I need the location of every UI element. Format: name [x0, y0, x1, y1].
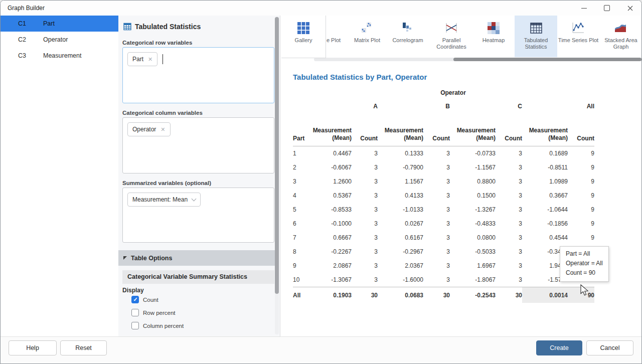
preview-area: Tabulated Statistics by Part, Operator O…	[280, 62, 642, 337]
count-cell: 3	[352, 189, 378, 203]
operator-header-row: Operator	[293, 87, 594, 99]
gallery-item-parallel-coordinates[interactable]: Parallel Coordinates	[430, 16, 472, 57]
sidebar-item-measurement[interactable]: C3 Measurement	[1, 48, 118, 64]
remove-chip-icon[interactable]: ✕	[160, 126, 165, 133]
maximize-button[interactable]	[595, 1, 618, 16]
gallery-item-time-series-plot[interactable]: Time Series Plot	[555, 16, 601, 57]
close-icon	[627, 6, 633, 11]
gallery-item-correlogram[interactable]: Correlogram	[386, 16, 430, 57]
count-cell: 3	[423, 146, 450, 161]
mean-header-line1: Measurement	[450, 127, 496, 134]
chevron-down-icon[interactable]	[192, 197, 197, 202]
part-cell: 10	[293, 273, 312, 287]
panel-scrollbar-thumb[interactable]	[275, 17, 279, 294]
variable-chip-operator[interactable]: Operator✕	[127, 122, 171, 136]
summarized-variables-box[interactable]: Measurement: Mean	[122, 188, 274, 243]
variable-chip-part[interactable]: Part✕	[127, 52, 157, 66]
variables-panel: Tabulated Statistics Categorical row var…	[118, 16, 280, 337]
graph-gallery: e Plot Matrix Plot Correlogram Parallel …	[280, 16, 642, 62]
collapse-triangle-icon	[123, 256, 127, 260]
summarized-variables-label: Summarized variables (optional)	[122, 180, 211, 186]
gallery-scrollbar-track[interactable]	[314, 58, 642, 61]
mean-cell: 1.1567	[378, 174, 423, 189]
minimize-icon	[581, 8, 587, 9]
table-options-header[interactable]: Table Options	[118, 250, 275, 266]
count-cell: 3	[352, 203, 378, 217]
checkbox-count[interactable]: Count	[131, 296, 158, 303]
mean-cell: 0.0800	[450, 231, 496, 245]
gallery-item-heatmap[interactable]: Heatmap	[472, 16, 515, 57]
gallery-scrollbar-thumb[interactable]	[453, 58, 641, 61]
mean-cell: -0.2967	[378, 245, 423, 259]
gallery-item-gallery[interactable]: Gallery	[281, 16, 326, 58]
mean-cell: -0.8511	[522, 160, 568, 174]
table-row: 40.536730.413330.150030.36679	[293, 189, 594, 203]
gallery-item-stacked-area-graph[interactable]: Stacked Area Graph	[600, 16, 642, 57]
mean-cell: -1.6000	[378, 273, 423, 287]
mean-header-line1: Measurement	[378, 127, 423, 134]
mean-cell: -1.3267	[450, 203, 496, 217]
window-title: Graph Builder	[8, 1, 45, 16]
checkbox-label: Row percent	[143, 310, 176, 316]
mean-column-header: Measurement(Mean)	[450, 114, 496, 146]
part-cell: All	[293, 287, 312, 303]
part-cell: 2	[293, 160, 312, 174]
checkbox-row-percent[interactable]: Row percent	[131, 309, 176, 316]
column-percent-checkbox[interactable]	[131, 322, 139, 329]
count-column-header: Count	[568, 114, 594, 146]
mean-cell: 0.8800	[450, 174, 496, 189]
sidebar-item-operator[interactable]: C2 Operator	[1, 32, 118, 48]
cancel-button[interactable]: Cancel	[586, 340, 633, 355]
column-id: C1	[18, 20, 43, 27]
gallery-item-matrix-plot[interactable]: Matrix Plot	[346, 16, 388, 57]
remove-chip-icon[interactable]: ✕	[148, 56, 152, 63]
table-row: 92.086732.036731.696731.94009	[293, 259, 594, 273]
count-cell: 9	[568, 160, 594, 174]
count-cell: 3	[423, 217, 450, 231]
count-cell: 30	[352, 287, 378, 303]
table-options-label: Table Options	[131, 255, 172, 262]
create-button[interactable]: Create	[536, 340, 582, 355]
count-cell: 3	[496, 259, 522, 273]
count-cell: 3	[423, 203, 450, 217]
gallery-item-label: Stacked Area Graph	[600, 37, 642, 50]
panel-title: Tabulated Statistics	[135, 23, 201, 31]
correlogram-icon	[401, 22, 414, 35]
tabulated-statistics-icon	[530, 22, 543, 35]
table-row: 70.666730.616730.080030.45449	[293, 231, 594, 245]
panel-scrollbar-track[interactable]	[275, 17, 279, 334]
row-variables-box[interactable]: Part✕	[122, 47, 274, 103]
count-cell: 3	[496, 231, 522, 245]
row-percent-checkbox[interactable]	[131, 309, 139, 316]
dialog-footer: Help Reset Create Cancel	[1, 336, 641, 363]
count-checkbox[interactable]	[131, 296, 139, 303]
part-cell: 5	[293, 203, 312, 217]
matrix-plot-icon	[361, 22, 374, 35]
gallery-item-tabulated-statistics[interactable]: Tabulated Statistics	[515, 16, 557, 57]
count-cell: 3	[496, 146, 522, 161]
mean-cell: 0.6667	[312, 231, 352, 245]
close-button[interactable]	[618, 1, 641, 16]
help-button[interactable]: Help	[9, 340, 57, 355]
count-cell: 3	[352, 174, 378, 189]
group-header-c: C	[450, 99, 522, 114]
mean-cell: 0.3667	[522, 189, 568, 203]
mean-cell: -0.2543	[450, 287, 496, 303]
tooltip-line: Part = All	[566, 249, 603, 259]
count-cell: 9	[568, 146, 594, 161]
cell-tooltip: Part = All Operator = All Count = 90	[560, 246, 609, 282]
column-variables-box[interactable]: Operator✕	[122, 117, 274, 173]
checkbox-column-percent[interactable]: Column percent	[131, 322, 184, 329]
mean-cell: -0.4833	[450, 217, 496, 231]
maximize-icon	[604, 5, 610, 11]
reset-button[interactable]: Reset	[60, 340, 107, 355]
mean-header-line1: Measurement	[522, 127, 568, 134]
mean-cell: -0.1000	[312, 217, 352, 231]
table-row: 5-0.85333-1.01333-1.32673-1.06449	[293, 203, 594, 217]
mean-cell: 0.0014	[522, 287, 568, 303]
columns-sidebar: C1 Part C2 Operator C3 Measurement	[1, 16, 118, 337]
sidebar-item-part[interactable]: C1 Part	[1, 16, 118, 32]
variable-chip-measurement-mean[interactable]: Measurement: Mean	[127, 193, 201, 207]
time-series-plot-icon	[572, 22, 585, 35]
minimize-button[interactable]	[572, 1, 595, 16]
